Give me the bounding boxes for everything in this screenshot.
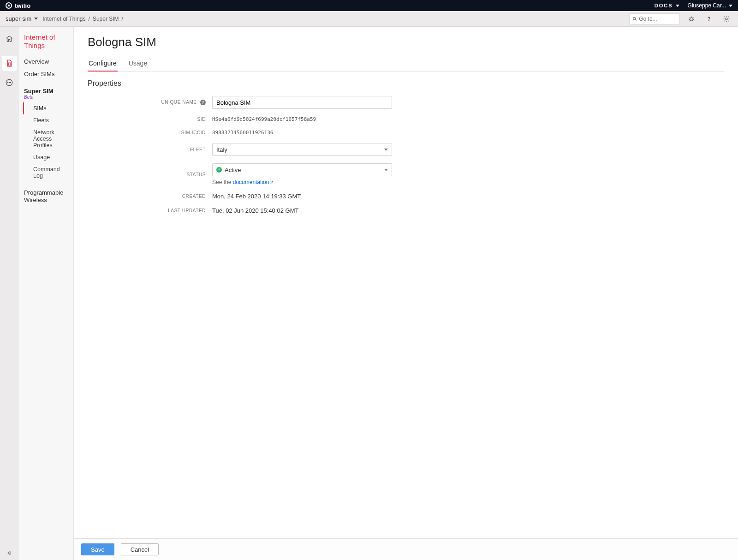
quick-search[interactable] bbox=[629, 13, 680, 24]
row-created: CREATED Mon, 24 Feb 2020 14:19:33 GMT bbox=[88, 189, 724, 203]
value-iccid: 89883234500011926136 bbox=[212, 130, 392, 136]
value-created: Mon, 24 Feb 2020 14:19:33 GMT bbox=[212, 193, 392, 200]
rail-more[interactable] bbox=[2, 75, 17, 90]
breadcrumb-item[interactable]: Internet of Things bbox=[42, 16, 85, 22]
svg-line-1 bbox=[635, 19, 636, 20]
row-iccid: SIM ICCID 89883234500011926136 bbox=[88, 126, 724, 139]
footer-actions: Save Cancel bbox=[74, 538, 738, 560]
sim-icon bbox=[5, 59, 13, 67]
svg-point-8 bbox=[9, 82, 9, 83]
sidenav-command-log[interactable]: Command Log bbox=[23, 163, 73, 182]
search-icon bbox=[632, 16, 637, 22]
chevron-down-icon bbox=[34, 18, 38, 20]
documentation-link[interactable]: documentation↗ bbox=[233, 179, 274, 185]
sidenav-programmable-wireless[interactable]: Programmable Wireless bbox=[18, 186, 73, 207]
chevron-down-icon bbox=[676, 5, 679, 7]
collapse-icon bbox=[6, 550, 12, 556]
sidenav-title-line2: Things bbox=[24, 42, 45, 49]
svg-rect-5 bbox=[8, 63, 11, 65]
status-active-icon bbox=[216, 167, 222, 173]
row-unique-name: UNIQUE NAME ? bbox=[88, 92, 724, 113]
sidenav-usage[interactable]: Usage bbox=[23, 151, 73, 163]
select-status-value: Active bbox=[225, 167, 241, 173]
select-fleet-value: Italy bbox=[216, 146, 227, 153]
sidenav-title: Internet of Things bbox=[18, 33, 73, 55]
status-helper-prefix: See the bbox=[212, 179, 233, 185]
sidenav-sims[interactable]: SIMs bbox=[23, 102, 73, 114]
sidenav-network-access-profiles[interactable]: Network Access Profiles bbox=[23, 126, 73, 151]
user-menu[interactable]: Giuseppe Car... bbox=[688, 2, 732, 9]
sidenav-pw-line1: Programmable bbox=[24, 189, 63, 196]
more-icon bbox=[5, 78, 13, 87]
select-status[interactable]: Active bbox=[212, 163, 392, 176]
breadcrumb: Internet of Things / Super SIM / bbox=[42, 16, 123, 22]
tab-bar: Configure Usage bbox=[88, 56, 724, 72]
twilio-logo-icon bbox=[6, 2, 12, 9]
bug-icon bbox=[688, 15, 695, 23]
sidenav-super-sim[interactable]: Super SIM bbox=[18, 85, 73, 95]
breadcrumb-item[interactable]: Super SIM bbox=[93, 16, 119, 22]
breadcrumb-separator: / bbox=[89, 16, 90, 22]
rail-iot[interactable] bbox=[2, 56, 17, 71]
value-updated: Tue, 02 Jun 2020 15:40:02 GMT bbox=[212, 207, 392, 214]
main-scroll: Bologna SIM Configure Usage Properties U… bbox=[74, 27, 738, 538]
section-properties-heading: Properties bbox=[88, 79, 724, 88]
label-unique-name-text: UNIQUE NAME bbox=[161, 100, 196, 105]
rail-collapse-button[interactable] bbox=[0, 550, 18, 556]
context-left: super sim Internet of Things / Super SIM… bbox=[6, 15, 123, 22]
help-icon bbox=[705, 15, 713, 23]
svg-point-2 bbox=[690, 18, 693, 21]
select-fleet[interactable]: Italy bbox=[212, 143, 392, 156]
breadcrumb-separator: / bbox=[122, 16, 123, 22]
user-label: Giuseppe Car... bbox=[688, 2, 726, 9]
account-switcher[interactable]: super sim bbox=[6, 15, 38, 22]
sidenav-beta-badge: Beta bbox=[18, 95, 73, 102]
debugger-button[interactable] bbox=[685, 13, 697, 25]
global-topbar: twilio DOCS Giuseppe Car... bbox=[0, 0, 738, 11]
settings-button[interactable] bbox=[720, 13, 732, 25]
documentation-link-text: documentation bbox=[233, 179, 269, 185]
label-iccid: SIM ICCID bbox=[88, 130, 212, 135]
chevron-down-icon bbox=[384, 149, 388, 151]
docs-link[interactable]: DOCS bbox=[655, 3, 679, 8]
search-input[interactable] bbox=[639, 16, 677, 22]
sidenav-title-line1: Internet of bbox=[24, 33, 55, 41]
tab-usage[interactable]: Usage bbox=[128, 56, 148, 71]
status-helper: See the documentation↗ bbox=[212, 179, 392, 185]
save-button[interactable]: Save bbox=[81, 543, 114, 555]
rail-home[interactable] bbox=[2, 31, 17, 46]
topbar-right: DOCS Giuseppe Car... bbox=[655, 2, 732, 9]
svg-point-3 bbox=[708, 20, 709, 21]
tab-configure[interactable]: Configure bbox=[88, 56, 118, 71]
row-updated: LAST UPDATED Tue, 02 Jun 2020 15:40:02 G… bbox=[88, 203, 724, 218]
page-title: Bologna SIM bbox=[88, 35, 724, 49]
label-created: CREATED bbox=[88, 194, 212, 199]
sidenav-order-sims[interactable]: Order SIMs bbox=[18, 68, 73, 80]
row-sid: SID HSe4a6fd9d5024f699a20dcf1057f58a59 bbox=[88, 113, 724, 126]
chevron-down-icon bbox=[729, 5, 732, 7]
input-unique-name[interactable] bbox=[212, 96, 392, 109]
gear-icon bbox=[723, 15, 730, 23]
label-updated: LAST UPDATED bbox=[88, 208, 212, 213]
chevron-down-icon bbox=[384, 169, 388, 171]
account-label: super sim bbox=[6, 15, 31, 22]
context-right bbox=[629, 13, 732, 25]
side-nav: Internet of Things Overview Order SIMs S… bbox=[18, 27, 74, 560]
sidenav-overview[interactable]: Overview bbox=[18, 55, 73, 68]
row-fleet: FLEET Italy bbox=[88, 139, 724, 160]
help-button[interactable] bbox=[703, 13, 715, 25]
cancel-button[interactable]: Cancel bbox=[121, 543, 159, 555]
help-icon[interactable]: ? bbox=[200, 100, 206, 105]
icon-rail bbox=[0, 27, 18, 560]
rail-divider bbox=[4, 51, 15, 51]
label-unique-name: UNIQUE NAME ? bbox=[88, 100, 212, 105]
sidenav-fleets[interactable]: Fleets bbox=[23, 114, 73, 126]
svg-point-4 bbox=[726, 18, 727, 20]
row-status: STATUS Active See the documentation↗ bbox=[88, 160, 724, 189]
external-link-icon: ↗ bbox=[270, 180, 274, 185]
label-status: STATUS bbox=[88, 172, 212, 177]
sidenav-pw-line2: Wireless bbox=[24, 197, 47, 203]
main-panel: Bologna SIM Configure Usage Properties U… bbox=[74, 27, 738, 560]
docs-label: DOCS bbox=[655, 3, 673, 8]
home-icon bbox=[5, 35, 13, 43]
